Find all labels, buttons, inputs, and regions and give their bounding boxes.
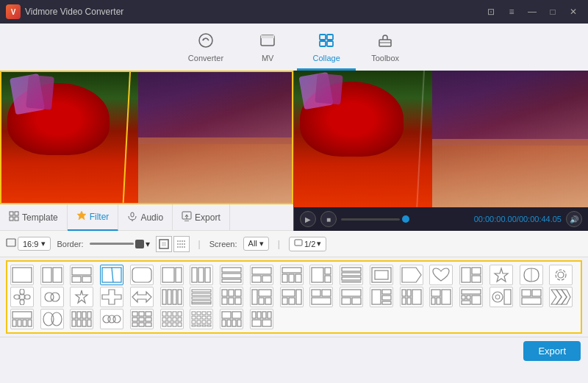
svg-rect-191 — [237, 320, 241, 326]
titlebar-left: V Vidmore Video Converter — [6, 4, 123, 19]
minimize-btn[interactable]: — — [523, 5, 541, 18]
filter-cross[interactable] — [100, 287, 123, 307]
filter-3x3-grid[interactable] — [130, 309, 154, 329]
play-btn[interactable]: ▶ — [300, 211, 316, 227]
aspect-ratio-select[interactable]: 16:9 ▾ — [18, 237, 51, 251]
filter-mixed-tb[interactable] — [250, 309, 273, 329]
maximize-btn[interactable]: □ — [544, 5, 562, 18]
converter-icon — [197, 32, 215, 52]
border-pattern-btn[interactable] — [173, 236, 190, 252]
filter-4x3-grid[interactable] — [160, 309, 184, 329]
filter-3col[interactable] — [190, 265, 213, 285]
stop-btn[interactable]: ■ — [320, 211, 337, 227]
svg-rect-44 — [262, 276, 271, 282]
svg-rect-194 — [262, 312, 266, 318]
filter-grid-h2[interactable] — [250, 265, 273, 285]
toolbar-tab-template[interactable]: Template — [0, 204, 68, 231]
filter-diagonal[interactable] — [100, 265, 123, 285]
svg-rect-134 — [23, 320, 26, 326]
filter-grid-h4[interactable] — [340, 265, 363, 285]
filter-double-rect[interactable] — [520, 287, 543, 307]
svg-rect-46 — [282, 274, 287, 282]
svg-marker-128 — [551, 290, 562, 304]
svg-rect-150 — [139, 312, 144, 316]
filter-grid-h1[interactable] — [220, 265, 243, 285]
toolbar-tab-filter[interactable]: Filter — [68, 204, 119, 231]
filter-mixed-left-right[interactable] — [220, 309, 243, 329]
filter-lines-5[interactable] — [190, 287, 213, 307]
svg-rect-139 — [77, 312, 81, 318]
filter-grid-h3[interactable] — [280, 265, 304, 285]
svg-rect-114 — [442, 290, 451, 304]
progress-bar[interactable] — [341, 215, 409, 223]
filter-side-grid-2[interactable] — [400, 287, 423, 307]
filter-grid-combo[interactable] — [459, 287, 483, 307]
filter-fwd-arrows[interactable] — [549, 287, 573, 307]
dropdown-arrow[interactable]: ▾ — [146, 239, 150, 249]
slider-handle[interactable] — [135, 240, 144, 248]
filter-mixed-1[interactable] — [309, 265, 333, 285]
svg-point-123 — [495, 295, 500, 299]
export-tab-label: Export — [195, 212, 220, 223]
filter-circle-grid[interactable] — [100, 309, 123, 329]
audio-icon — [127, 211, 137, 223]
screen-select[interactable]: All ▾ — [243, 237, 269, 251]
filter-star2[interactable] — [70, 287, 93, 307]
border-solid-btn[interactable] — [156, 236, 172, 252]
toolbar-tab-export[interactable]: Export — [173, 204, 230, 231]
svg-rect-138 — [72, 312, 76, 318]
filter-ring-combo[interactable] — [490, 287, 513, 307]
tab-toolbox[interactable]: Toolbox — [356, 28, 415, 71]
svg-rect-87 — [222, 298, 227, 304]
filter-top-split[interactable] — [70, 265, 93, 285]
filter-3x2-grid[interactable] — [220, 287, 243, 307]
tab-mv[interactable]: MV — [238, 28, 297, 71]
filter-wide-right[interactable] — [160, 265, 184, 285]
filter-arrows-lr[interactable] — [130, 287, 154, 307]
filter-star[interactable] — [490, 265, 513, 285]
svg-point-148 — [113, 315, 121, 323]
svg-rect-90 — [252, 290, 257, 304]
template-label: Template — [22, 212, 58, 223]
filter-arrow-tl[interactable] — [459, 265, 483, 285]
filter-4x4-grid[interactable] — [190, 309, 213, 329]
svg-rect-117 — [462, 290, 481, 294]
svg-rect-98 — [312, 290, 320, 296]
filter-side-grid[interactable] — [370, 287, 393, 307]
filter-double-ring[interactable] — [40, 287, 64, 307]
svg-rect-84 — [222, 290, 227, 296]
close-btn[interactable]: ✕ — [564, 5, 582, 18]
filter-single[interactable] — [10, 265, 34, 285]
svg-rect-177 — [207, 316, 211, 319]
progress-handle[interactable] — [402, 215, 409, 223]
border-slider-track[interactable] — [90, 243, 134, 245]
filter-small-combo[interactable] — [10, 309, 34, 329]
screen-ratio-select[interactable]: 1/2 ▾ — [289, 237, 326, 251]
right-video-left-half — [294, 71, 432, 207]
filter-b-grid[interactable] — [340, 287, 363, 307]
filter-leaf[interactable] — [520, 265, 543, 285]
export-button[interactable]: Export — [523, 341, 581, 361]
filter-flower[interactable] — [10, 287, 34, 307]
menu-btn[interactable]: ≡ — [503, 5, 520, 18]
filter-rounded-rect[interactable] — [130, 265, 154, 285]
filter-2x2-left[interactable] — [429, 287, 453, 307]
svg-rect-119 — [467, 296, 470, 299]
message-btn[interactable]: ⊡ — [482, 5, 500, 18]
filter-heart[interactable] — [429, 265, 453, 285]
filter-mixed-2[interactable] — [250, 287, 273, 307]
tab-collage[interactable]: Collage — [297, 28, 356, 71]
left-video-area — [0, 71, 293, 204]
filter-4x2-grid[interactable] — [70, 309, 93, 329]
filter-split-v[interactable] — [40, 265, 64, 285]
filter-oval-combo[interactable] — [40, 309, 64, 329]
filter-arrow-right[interactable] — [400, 265, 423, 285]
filter-gear[interactable] — [549, 265, 573, 285]
filter-mixed-3[interactable] — [280, 287, 304, 307]
filter-t-grid[interactable] — [309, 287, 333, 307]
volume-btn[interactable]: 🔊 — [566, 211, 582, 227]
toolbar-tab-audio[interactable]: Audio — [118, 204, 173, 231]
filter-4col[interactable] — [160, 287, 184, 307]
tab-converter[interactable]: Converter — [173, 28, 238, 71]
filter-rect-outline[interactable] — [370, 265, 393, 285]
